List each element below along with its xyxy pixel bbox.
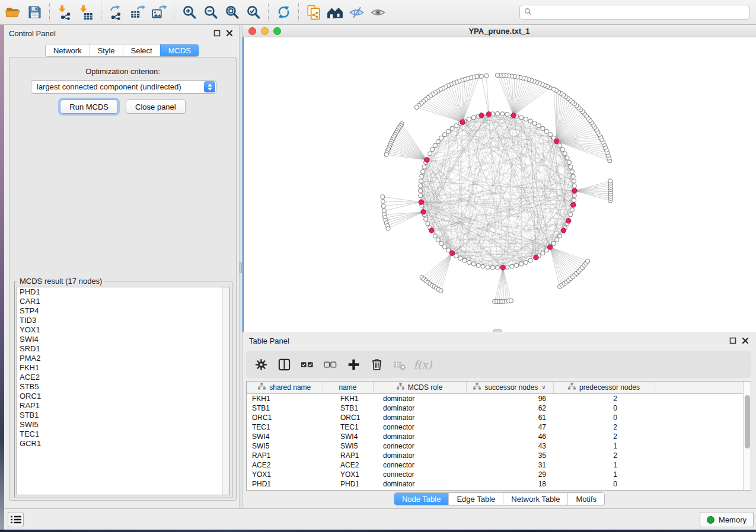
graph-node[interactable]: [471, 262, 476, 266]
graph-node[interactable]: [551, 241, 556, 245]
table-cell[interactable]: 1: [553, 441, 655, 451]
graph-node[interactable]: [519, 116, 524, 120]
table-cell[interactable]: ACE2: [247, 460, 323, 470]
table-cell[interactable]: FKH1: [323, 393, 373, 403]
graph-node[interactable]: [381, 195, 385, 199]
mcds-result-item[interactable]: STB5: [17, 382, 229, 392]
import-table-icon[interactable]: [77, 4, 95, 21]
graph-node[interactable]: [442, 245, 446, 249]
table-row[interactable]: PHD1PHD1dominator180: [247, 479, 744, 489]
graph-node[interactable]: [484, 73, 489, 78]
search-box[interactable]: [519, 5, 749, 20]
export-network-icon[interactable]: [107, 4, 125, 21]
table-cell[interactable]: 0: [553, 403, 655, 413]
graph-node[interactable]: [571, 174, 575, 178]
mcds-result-item[interactable]: TID3: [17, 316, 229, 325]
graph-node[interactable]: [515, 263, 519, 267]
export-image-icon[interactable]: [150, 4, 168, 21]
graph-node[interactable]: [569, 165, 573, 169]
add-column-icon[interactable]: [346, 357, 361, 371]
graph-node[interactable]: [569, 213, 573, 217]
table-cell[interactable]: 35: [466, 451, 553, 460]
graph-hub-node[interactable]: [421, 210, 426, 214]
graph-hub-node[interactable]: [500, 265, 505, 270]
zoom-in-icon[interactable]: [180, 4, 198, 21]
table-cell[interactable]: 46: [466, 432, 553, 441]
table-cell[interactable]: ORC1: [247, 413, 323, 422]
mcds-result-item[interactable]: CAR1: [17, 297, 229, 306]
graph-node[interactable]: [436, 140, 440, 144]
table-cell[interactable]: SWI5: [247, 441, 323, 451]
graph-node[interactable]: [572, 198, 576, 203]
table-row[interactable]: RAP1RAP1dominator352: [247, 451, 744, 460]
zoom-out-icon[interactable]: [202, 4, 219, 21]
table-cell[interactable]: 2: [553, 393, 655, 403]
table-cell[interactable]: RAP1: [247, 451, 323, 460]
table-row[interactable]: STB1STB1dominator620: [247, 403, 744, 413]
table-row[interactable]: SWI5SWI5connector431: [247, 441, 744, 451]
table-cell[interactable]: 1: [553, 460, 655, 470]
tab-edge-table[interactable]: Edge Table: [448, 493, 503, 505]
splitter-grip[interactable]: [240, 262, 242, 273]
graph-node[interactable]: [419, 179, 423, 183]
criterion-select[interactable]: largest connected component (undirected): [31, 80, 216, 94]
graph-hub-node[interactable]: [572, 188, 577, 193]
table-cell[interactable]: 0: [553, 479, 655, 489]
graph-node[interactable]: [495, 111, 499, 116]
graph-node[interactable]: [495, 265, 499, 270]
table-cell[interactable]: SWI5: [323, 441, 373, 451]
table-cell[interactable]: YOX1: [323, 470, 373, 479]
table-cell[interactable]: connector: [373, 441, 466, 451]
table-cell[interactable]: 18: [466, 479, 553, 489]
graph-hub-node[interactable]: [419, 200, 423, 204]
graph-node[interactable]: [418, 188, 422, 193]
network-canvas[interactable]: [243, 37, 756, 332]
graph-node[interactable]: [572, 194, 576, 198]
graph-hub-node[interactable]: [534, 255, 538, 259]
graph-node[interactable]: [479, 74, 483, 78]
graph-node[interactable]: [430, 148, 435, 152]
graph-node[interactable]: [458, 256, 462, 260]
table-cell[interactable]: PHD1: [323, 479, 373, 489]
table-cell[interactable]: STB1: [323, 403, 373, 413]
table-row[interactable]: TEC1TEC1connector472: [247, 422, 744, 432]
table-settings-icon[interactable]: [254, 357, 268, 371]
graph-node[interactable]: [570, 169, 574, 174]
table-cell[interactable]: 2: [553, 422, 655, 432]
graph-node[interactable]: [420, 174, 424, 178]
mcds-result-list[interactable]: PHD1CAR1STP4TID3YOX1SWI4SRD1PMA2FKH1ACE2…: [17, 287, 230, 495]
table-cell[interactable]: connector: [373, 460, 466, 470]
table-cell[interactable]: 61: [466, 413, 553, 422]
table-cell[interactable]: dominator: [373, 413, 466, 422]
table-scrollbar[interactable]: [743, 382, 751, 490]
table-cell[interactable]: connector: [373, 470, 466, 479]
column-header-MCDS-role[interactable]: MCDS role: [373, 382, 466, 393]
graph-node[interactable]: [419, 184, 423, 188]
graph-node[interactable]: [439, 241, 444, 245]
graph-node[interactable]: [541, 251, 545, 255]
graph-node[interactable]: [381, 204, 385, 208]
table-cell[interactable]: ORC1: [323, 413, 373, 422]
graph-node[interactable]: [537, 124, 541, 128]
table-row[interactable]: ACE2ACE2connector311: [247, 460, 744, 470]
deselect-all-icon[interactable]: [323, 357, 337, 371]
select-all-icon[interactable]: [300, 357, 314, 371]
graph-node[interactable]: [572, 184, 576, 188]
table-row[interactable]: SWI4SWI4dominator462: [247, 432, 744, 441]
graph-node[interactable]: [467, 117, 471, 121]
graph-node[interactable]: [462, 258, 467, 262]
import-network-icon[interactable]: [56, 4, 74, 21]
graph-node[interactable]: [419, 194, 423, 198]
graph-node[interactable]: [490, 265, 495, 270]
table-cell[interactable]: 96: [466, 393, 553, 403]
tab-node-table[interactable]: Node Table: [394, 493, 449, 505]
tab-select[interactable]: Select: [123, 44, 160, 56]
export-table-icon[interactable]: [129, 4, 146, 21]
tab-motifs[interactable]: Motifs: [567, 493, 604, 505]
graph-node[interactable]: [471, 116, 476, 120]
graph-node[interactable]: [528, 258, 532, 262]
graph-node[interactable]: [560, 148, 564, 152]
table-cell[interactable]: dominator: [373, 403, 466, 413]
table-cell[interactable]: connector: [373, 422, 466, 432]
table-cell[interactable]: 29: [466, 470, 553, 479]
